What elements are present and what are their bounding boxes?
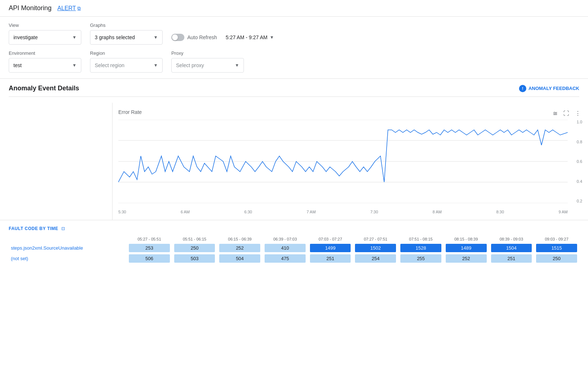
header: API Monitoring ALERT ⧉ <box>0 0 588 17</box>
expand-icon[interactable]: ⛶ <box>562 109 571 118</box>
cell-0-5: 1502 <box>353 243 398 253</box>
auto-refresh-label: Auto Refresh <box>187 34 217 40</box>
environment-control-group: Environment test ▼ <box>9 50 81 73</box>
fault-header: FAULT CODE BY TIME ⊡ <box>9 226 579 231</box>
view-select[interactable]: investigate ▼ <box>9 30 81 45</box>
view-label: View <box>9 22 81 28</box>
cell-1-4: 251 <box>308 253 353 264</box>
controls-section: View investigate ▼ Graphs 3 graphs selec… <box>0 17 588 79</box>
cell-1-7: 252 <box>444 253 489 264</box>
col-08-15: 08:15 - 08:39 <box>444 235 489 243</box>
cell-0-4: 1499 <box>308 243 353 253</box>
export-icon[interactable]: ⊡ <box>61 226 65 231</box>
region-label: Region <box>90 50 163 56</box>
app-title: API Monitoring <box>9 4 52 12</box>
cell-1-8: 251 <box>489 253 534 264</box>
left-panel <box>0 103 113 220</box>
col-09-03: 09:03 - 09:27 <box>534 235 579 243</box>
more-options-icon[interactable]: ⋮ <box>573 108 582 118</box>
chevron-down-icon: ▼ <box>72 63 77 68</box>
fault-name[interactable]: steps.json2xml.SourceUnavailable <box>9 243 127 253</box>
cell-0-8: 1504 <box>489 243 534 253</box>
fault-title: FAULT CODE BY TIME <box>9 226 58 231</box>
fault-table: 05:27 - 05:51 05:51 - 06:15 06:15 - 06:3… <box>9 235 579 264</box>
fault-table-header-row: 05:27 - 05:51 05:51 - 06:15 06:15 - 06:3… <box>9 235 579 243</box>
anomaly-section: Anomaly Event Details ! ANOMALY FEEDBACK <box>0 79 588 103</box>
graphs-control-group: Graphs 3 graphs selected ▼ <box>90 22 163 45</box>
chart-section: Error Rate ≅ ⛶ ⋮ 1.0 0.8 0.6 0.4 0.2 <box>0 103 588 220</box>
cell-0-7: 1489 <box>444 243 489 253</box>
section-title: Anomaly Event Details <box>9 85 79 92</box>
anomaly-feedback-button[interactable]: ! ANOMALY FEEDBACK <box>519 85 579 92</box>
cell-0-2: 252 <box>217 243 262 253</box>
environment-label: Environment <box>9 50 81 56</box>
proxy-control-group: Proxy Select proxy ▼ <box>171 50 244 73</box>
cell-1-0: 506 <box>127 253 172 264</box>
col-05-27: 05:27 - 05:51 <box>127 235 172 243</box>
graphs-label: Graphs <box>90 22 163 28</box>
view-control-group: View investigate ▼ <box>9 22 81 45</box>
cell-0-9: 1515 <box>534 243 579 253</box>
feedback-label: ANOMALY FEEDBACK <box>528 86 579 91</box>
x-axis: 5:30 6 AM 6:30 7 AM 7:30 8 AM 8:30 9 AM <box>118 210 568 214</box>
col-07-27: 07:27 - 07:51 <box>353 235 398 243</box>
region-control-group: Region Select region ▼ <box>90 50 163 73</box>
environment-select[interactable]: test ▼ <box>9 58 81 73</box>
cell-1-6: 255 <box>398 253 444 264</box>
auto-refresh-group: Auto Refresh <box>171 30 217 45</box>
time-range-value: 5:27 AM - 9:27 AM <box>226 34 268 40</box>
region-select[interactable]: Select region ▼ <box>90 58 163 73</box>
chart-title: Error Rate <box>118 109 142 115</box>
external-link-icon: ⧉ <box>77 5 81 11</box>
alert-label: ALERT <box>57 5 76 12</box>
col-07-51: 07:51 - 08:15 <box>398 235 444 243</box>
col-08-39: 08:39 - 09:03 <box>489 235 534 243</box>
cell-1-3: 475 <box>262 253 308 264</box>
cell-1-2: 504 <box>217 253 262 264</box>
environment-value: test <box>13 62 22 68</box>
proxy-label: Proxy <box>171 50 244 56</box>
legend-icon[interactable]: ≅ <box>551 108 559 118</box>
auto-refresh-toggle[interactable] <box>171 34 184 41</box>
col-07-03: 07:03 - 07:27 <box>308 235 353 243</box>
chevron-down-icon: ▼ <box>154 63 158 68</box>
toggle-row: Auto Refresh <box>171 30 217 45</box>
cell-0-0: 253 <box>127 243 172 253</box>
col-06-39: 06:39 - 07:03 <box>262 235 308 243</box>
col-name <box>9 235 127 243</box>
table-row: (not set) 506 503 504 475 251 254 255 25… <box>9 253 579 264</box>
chart-container: 1.0 0.8 0.6 0.4 0.2 <box>118 120 582 214</box>
cell-0-1: 250 <box>172 243 217 253</box>
chevron-down-icon: ▼ <box>270 35 274 40</box>
graphs-value: 3 graphs selected <box>95 34 135 40</box>
view-value: investigate <box>13 34 38 40</box>
region-placeholder: Select region <box>95 62 124 68</box>
col-05-51: 05:51 - 06:15 <box>172 235 217 243</box>
time-range-selector[interactable]: 5:27 AM - 9:27 AM ▼ <box>226 30 274 45</box>
chevron-down-icon: ▼ <box>154 35 158 40</box>
chevron-down-icon: ▼ <box>235 63 239 68</box>
cell-1-9: 250 <box>534 253 579 264</box>
cell-1-1: 503 <box>172 253 217 264</box>
chart-svg-container <box>118 120 568 203</box>
cell-0-3: 410 <box>262 243 308 253</box>
feedback-icon: ! <box>519 85 526 92</box>
chevron-down-icon: ▼ <box>72 35 77 40</box>
col-06-15: 06:15 - 06:39 <box>217 235 262 243</box>
table-row: steps.json2xml.SourceUnavailable 253 250… <box>9 243 579 253</box>
chart-panel: Error Rate ≅ ⛶ ⋮ 1.0 0.8 0.6 0.4 0.2 <box>113 103 588 220</box>
graphs-select[interactable]: 3 graphs selected ▼ <box>90 30 163 45</box>
alert-link[interactable]: ALERT ⧉ <box>57 5 81 12</box>
proxy-placeholder: Select proxy <box>176 62 204 68</box>
proxy-select[interactable]: Select proxy ▼ <box>171 58 244 73</box>
cell-0-6: 1528 <box>398 243 444 253</box>
cell-1-5: 254 <box>353 253 398 264</box>
fault-name[interactable]: (not set) <box>9 253 127 264</box>
y-axis: 1.0 0.8 0.6 0.4 0.2 <box>568 120 582 203</box>
chart-toolbar: ≅ ⛶ ⋮ <box>551 108 582 118</box>
fault-section: FAULT CODE BY TIME ⊡ 05:27 - 05:51 05:51… <box>0 220 588 270</box>
